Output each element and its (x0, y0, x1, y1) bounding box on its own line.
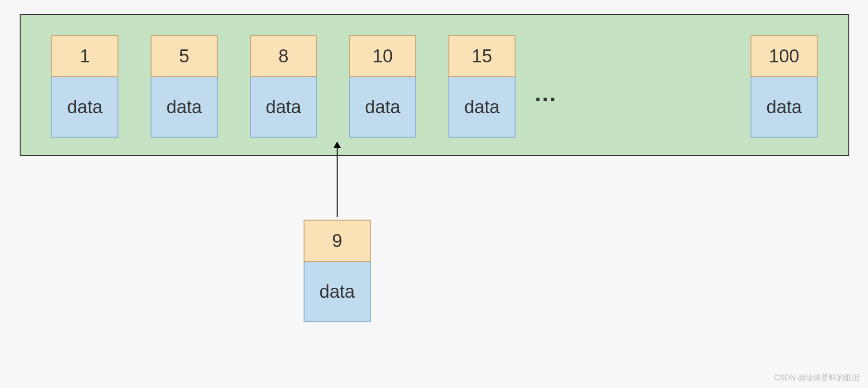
node-data: data (151, 77, 218, 138)
node-key: 9 (304, 220, 371, 262)
insert-node: 9 data (304, 220, 371, 322)
array-node: 15 data (448, 35, 516, 138)
node-key: 10 (349, 35, 416, 77)
node-data: data (304, 262, 371, 322)
node-key: 15 (448, 35, 516, 77)
insert-arrow (337, 142, 338, 217)
watermark: CSDN @珍珠是蚌的眼泪 (774, 373, 859, 383)
node-key: 8 (250, 35, 317, 77)
node-data: data (51, 77, 118, 138)
array-node: 1 data (51, 35, 118, 138)
node-key: 1 (51, 35, 118, 77)
node-key: 100 (751, 35, 818, 77)
node-data: data (751, 77, 818, 138)
node-data: data (448, 77, 516, 138)
node-key: 5 (151, 35, 218, 77)
node-data: data (349, 77, 416, 138)
array-node: 8 data (250, 35, 317, 138)
ellipsis: ... (535, 80, 557, 106)
array-node: 5 data (151, 35, 218, 138)
array-container: 1 data 5 data 8 data 10 data 15 data ...… (20, 14, 849, 156)
array-node: 100 data (751, 35, 818, 138)
node-data: data (250, 77, 317, 138)
array-node: 10 data (349, 35, 416, 138)
